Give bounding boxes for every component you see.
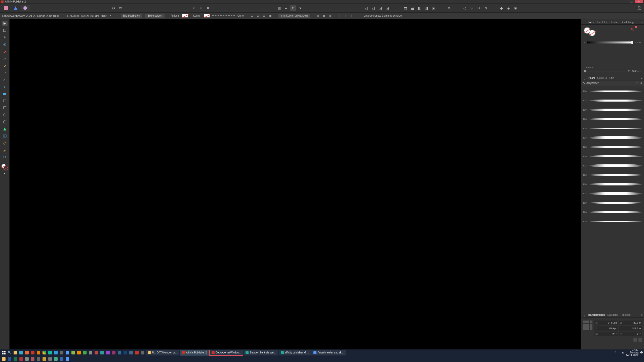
decoration2-icon[interactable]: ✧ xyxy=(198,5,204,11)
s-field[interactable]: N:0 °▾ xyxy=(619,332,642,336)
rectangle-tool[interactable] xyxy=(2,105,8,111)
taskbar-item[interactable]: DockAdornerWindow... xyxy=(210,350,243,355)
stroke-preview[interactable] xyxy=(212,15,235,17)
pin-app14-icon[interactable] xyxy=(117,350,122,355)
tab-quickfx[interactable]: QuickFX xyxy=(597,77,607,80)
background-swatch[interactable] xyxy=(4,166,8,170)
rotate-cw-icon[interactable]: ↻ xyxy=(483,5,489,11)
pin-app16-icon[interactable] xyxy=(128,350,134,355)
marquee-tool[interactable] xyxy=(2,98,8,104)
pin-app18-icon[interactable] xyxy=(140,350,145,355)
boolean-subtract-icon[interactable]: ⬓ xyxy=(410,5,415,11)
lock-children-label[interactable]: Untergeordnete Elemente schützen xyxy=(364,14,403,17)
align-opts-icon[interactable] xyxy=(638,338,642,342)
pin-explorer-icon[interactable] xyxy=(13,350,18,355)
tray-expand-icon[interactable]: ^ xyxy=(615,351,616,354)
pin-app10-icon[interactable] xyxy=(94,350,99,355)
align-bottom-icon[interactable]: ‖ xyxy=(349,14,353,18)
decoration3-icon[interactable]: ✺ xyxy=(205,5,211,11)
wrap-square-icon[interactable]: ⊞ xyxy=(256,14,260,18)
search-button[interactable]: 🔍 xyxy=(7,350,12,355)
h-field[interactable]: H:322,5 px xyxy=(619,326,642,331)
start-button[interactable] xyxy=(1,350,6,355)
w-field[interactable]: B:429,9 px xyxy=(619,321,642,325)
opacity-dd-icon[interactable]: ▾ xyxy=(640,70,641,72)
pin-app6-icon[interactable] xyxy=(70,350,76,355)
arrange-fwd-one-icon[interactable]: ◳ xyxy=(377,5,383,11)
tab-stroke[interactable]: Kontur xyxy=(611,21,618,24)
zoom-tool[interactable] xyxy=(2,154,8,160)
grid-icon[interactable]: ▦ xyxy=(276,5,282,11)
pen-tool[interactable] xyxy=(2,140,8,146)
convert-curves-button[interactable]: ↯ In Kurven umwandeln xyxy=(278,14,310,18)
wrap-inside-icon[interactable]: ▣ xyxy=(268,14,272,18)
pin-chrome-icon[interactable] xyxy=(42,350,47,355)
panel-color-swatches[interactable] xyxy=(584,27,593,36)
noise-toggle-icon[interactable] xyxy=(628,70,630,72)
resource-manager-icon[interactable]: ◆ xyxy=(499,5,504,11)
decoration1-icon[interactable]: ✦ xyxy=(191,5,197,11)
mini-app7-icon[interactable] xyxy=(36,356,41,361)
tray-network-icon[interactable]: 🖥 xyxy=(622,351,624,354)
panel-grip-icon[interactable]: ⋮ xyxy=(583,22,585,24)
color-swatches[interactable] xyxy=(2,164,8,170)
picked-color-dot[interactable] xyxy=(635,26,637,28)
taskbar-item[interactable]: U:\_DATA\kunden-pr... xyxy=(146,350,179,355)
pin-app4-icon[interactable] xyxy=(59,350,64,355)
artboard-tool[interactable] xyxy=(2,28,8,33)
panel-grip-icon[interactable]: ⋮ xyxy=(583,78,585,80)
stroke-swatch[interactable] xyxy=(204,14,210,18)
tab-navigator[interactable]: Navigator xyxy=(607,313,618,317)
account-icon[interactable] xyxy=(636,5,642,11)
panel-grip-icon[interactable]: ⋮ xyxy=(583,314,585,317)
panel-fill-swatch[interactable] xyxy=(584,27,590,34)
tab-styles[interactable]: Stile xyxy=(610,77,614,80)
pin-firefox-icon[interactable] xyxy=(36,350,41,355)
taskbar-item[interactable]: Ausschneiden und ski... xyxy=(311,350,346,355)
mini1-icon[interactable] xyxy=(1,356,6,361)
tab-history[interactable]: Protokoll xyxy=(621,313,630,317)
boolean-divide-icon[interactable]: ◨ xyxy=(424,5,429,11)
rounded-rect-tool[interactable] xyxy=(2,119,8,125)
y-field[interactable]: Y:1103 px xyxy=(594,326,618,331)
swap-colors-icon[interactable]: ▾ xyxy=(2,172,8,175)
align-right-icon[interactable]: ≡ xyxy=(328,14,332,18)
boolean-intersect-icon[interactable]: ◧ xyxy=(417,5,422,11)
pin-app2-icon[interactable] xyxy=(24,350,29,355)
brush-preset[interactable]: 128 xyxy=(582,115,643,123)
node-tool[interactable] xyxy=(2,35,8,40)
arrange-move-back-icon[interactable]: ◱ xyxy=(363,5,369,11)
brush-preset[interactable]: 128 xyxy=(582,217,643,226)
pin-app8-icon[interactable] xyxy=(82,350,87,355)
dropdown-icon[interactable]: ▾ xyxy=(297,5,303,11)
stroke-mode[interactable]: Ohne xyxy=(237,14,244,17)
tab-brushes[interactable]: Pinsel xyxy=(588,77,595,80)
brush-preset[interactable]: 128 xyxy=(582,189,643,198)
brush-preset[interactable]: 128 xyxy=(582,152,643,161)
brush-preset[interactable]: 128 xyxy=(582,124,643,133)
mini-word-icon[interactable] xyxy=(7,356,12,361)
tab-color[interactable]: Farbe xyxy=(588,21,594,24)
pin-app12-icon[interactable] xyxy=(105,350,110,355)
taskbar-item[interactable]: Standort Zentrale Wei... xyxy=(244,350,278,355)
document-tab[interactable]: Landeswettbewerb-2021-22-Runde-2.jpg (Bi… xyxy=(2,14,60,17)
wrap-tight-icon[interactable]: ⊟ xyxy=(262,14,266,18)
pin-app5-icon[interactable] xyxy=(65,350,70,355)
settings-icon[interactable]: ⚙ xyxy=(111,5,116,11)
align-panel-icon[interactable]: ≡ xyxy=(446,5,452,11)
mini-app5-icon[interactable] xyxy=(24,356,29,361)
tab-appearance[interactable]: Darstellung xyxy=(621,21,634,24)
boolean-add-icon[interactable]: ⬒ xyxy=(403,5,408,11)
text-tool[interactable]: T xyxy=(2,84,8,89)
boolean-xor-icon[interactable]: ▣ xyxy=(431,5,436,11)
shape-tool[interactable] xyxy=(2,126,8,132)
close-button[interactable]: ✕ xyxy=(635,0,643,3)
liquify-tool[interactable] xyxy=(2,42,8,47)
zoom-dropdown-icon[interactable]: ▾ xyxy=(110,15,111,17)
flip-v-icon[interactable]: ▽ xyxy=(469,5,474,11)
minimize-button[interactable]: ─ xyxy=(621,0,628,3)
brush-preset[interactable]: 128 xyxy=(582,208,643,216)
frame-text-tool[interactable]: A xyxy=(2,133,8,139)
mini-excel-icon[interactable] xyxy=(13,356,18,361)
paint-brush-tool[interactable] xyxy=(2,56,8,61)
